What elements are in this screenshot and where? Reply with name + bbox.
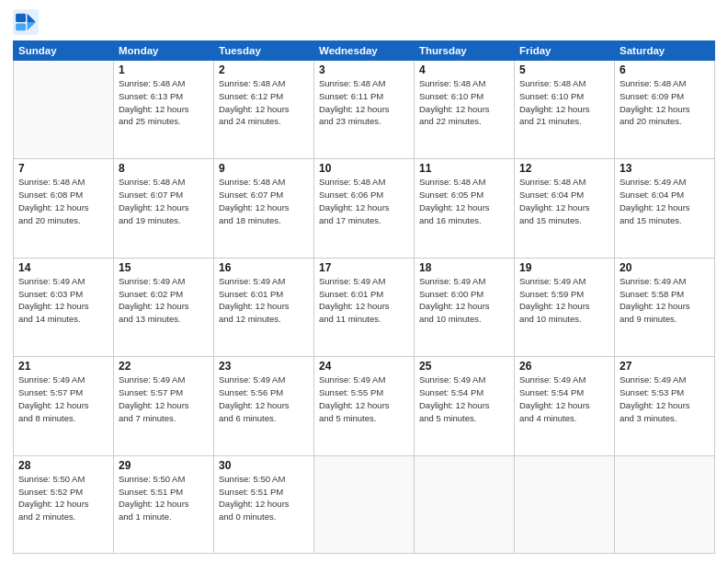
day-number: 9 xyxy=(219,162,309,175)
day-number: 20 xyxy=(620,261,710,274)
day-number: 10 xyxy=(319,162,409,175)
cal-cell: 19Sunrise: 5:49 AMSunset: 5:59 PMDayligh… xyxy=(515,258,615,356)
cal-cell: 27Sunrise: 5:49 AMSunset: 5:53 PMDayligh… xyxy=(615,357,715,455)
day-info: Sunrise: 5:50 AMSunset: 5:52 PMDaylight:… xyxy=(18,473,108,523)
weekday-header-wednesday: Wednesday xyxy=(314,41,415,61)
day-number: 5 xyxy=(519,63,609,76)
day-info: Sunrise: 5:48 AMSunset: 6:09 PMDaylight:… xyxy=(620,77,710,128)
day-number: 23 xyxy=(219,360,309,373)
svg-rect-4 xyxy=(16,24,26,31)
day-info: Sunrise: 5:48 AMSunset: 6:11 PMDaylight:… xyxy=(319,77,409,128)
week-row-5: 28Sunrise: 5:50 AMSunset: 5:52 PMDayligh… xyxy=(14,455,715,553)
day-number: 7 xyxy=(18,162,108,175)
cal-cell: 26Sunrise: 5:49 AMSunset: 5:54 PMDayligh… xyxy=(515,357,615,455)
day-number: 6 xyxy=(620,63,710,76)
cal-cell xyxy=(515,455,615,553)
day-number: 1 xyxy=(119,63,209,76)
day-info: Sunrise: 5:49 AMSunset: 5:53 PMDaylight:… xyxy=(620,373,710,424)
day-info: Sunrise: 5:48 AMSunset: 6:12 PMDaylight:… xyxy=(219,77,309,128)
day-number: 25 xyxy=(419,360,509,373)
day-number: 14 xyxy=(18,261,108,274)
day-info: Sunrise: 5:49 AMSunset: 5:55 PMDaylight:… xyxy=(319,373,409,424)
cal-cell: 10Sunrise: 5:48 AMSunset: 6:06 PMDayligh… xyxy=(314,159,415,258)
cal-cell: 1Sunrise: 5:48 AMSunset: 6:13 PMDaylight… xyxy=(114,61,214,159)
day-info: Sunrise: 5:49 AMSunset: 6:02 PMDaylight:… xyxy=(119,275,209,326)
logo xyxy=(13,9,42,35)
day-number: 29 xyxy=(119,459,209,472)
weekday-header-sunday: Sunday xyxy=(14,41,114,61)
day-info: Sunrise: 5:49 AMSunset: 5:54 PMDaylight:… xyxy=(419,373,509,424)
cal-cell xyxy=(314,455,415,553)
cal-cell: 16Sunrise: 5:49 AMSunset: 6:01 PMDayligh… xyxy=(214,258,314,356)
day-info: Sunrise: 5:49 AMSunset: 6:03 PMDaylight:… xyxy=(18,275,108,326)
cal-cell: 8Sunrise: 5:48 AMSunset: 6:07 PMDaylight… xyxy=(114,159,214,258)
day-info: Sunrise: 5:48 AMSunset: 6:08 PMDaylight:… xyxy=(18,176,108,226)
day-number: 13 xyxy=(620,162,710,175)
day-number: 18 xyxy=(419,261,509,274)
weekday-header-tuesday: Tuesday xyxy=(214,41,314,61)
cal-cell xyxy=(14,61,114,159)
page: SundayMondayTuesdayWednesdayThursdayFrid… xyxy=(0,0,728,563)
weekday-header-thursday: Thursday xyxy=(415,41,515,61)
cal-cell: 29Sunrise: 5:50 AMSunset: 5:51 PMDayligh… xyxy=(114,455,214,553)
cal-cell: 12Sunrise: 5:48 AMSunset: 6:04 PMDayligh… xyxy=(515,159,615,258)
cal-cell: 15Sunrise: 5:49 AMSunset: 6:02 PMDayligh… xyxy=(114,258,214,356)
cal-cell: 20Sunrise: 5:49 AMSunset: 5:58 PMDayligh… xyxy=(615,258,715,356)
day-number: 22 xyxy=(119,360,209,373)
cal-cell: 21Sunrise: 5:49 AMSunset: 5:57 PMDayligh… xyxy=(14,357,114,455)
day-info: Sunrise: 5:49 AMSunset: 6:01 PMDaylight:… xyxy=(219,275,309,326)
day-number: 26 xyxy=(519,360,609,373)
calendar-table: SundayMondayTuesdayWednesdayThursdayFrid… xyxy=(13,40,715,554)
day-info: Sunrise: 5:48 AMSunset: 6:05 PMDaylight:… xyxy=(419,176,509,226)
svg-rect-3 xyxy=(16,14,26,22)
cal-cell: 9Sunrise: 5:48 AMSunset: 6:07 PMDaylight… xyxy=(214,159,314,258)
cal-cell: 5Sunrise: 5:48 AMSunset: 6:10 PMDaylight… xyxy=(515,61,615,159)
cal-cell: 14Sunrise: 5:49 AMSunset: 6:03 PMDayligh… xyxy=(14,258,114,356)
cal-cell: 3Sunrise: 5:48 AMSunset: 6:11 PMDaylight… xyxy=(314,61,415,159)
cal-cell: 2Sunrise: 5:48 AMSunset: 6:12 PMDaylight… xyxy=(214,61,314,159)
day-number: 24 xyxy=(319,360,409,373)
day-info: Sunrise: 5:50 AMSunset: 5:51 PMDaylight:… xyxy=(119,473,209,523)
day-info: Sunrise: 5:48 AMSunset: 6:10 PMDaylight:… xyxy=(419,77,509,128)
day-info: Sunrise: 5:48 AMSunset: 6:10 PMDaylight:… xyxy=(519,77,609,128)
day-number: 17 xyxy=(319,261,409,274)
day-number: 30 xyxy=(219,459,309,472)
day-number: 27 xyxy=(620,360,710,373)
week-row-1: 1Sunrise: 5:48 AMSunset: 6:13 PMDaylight… xyxy=(14,61,715,159)
cal-cell: 4Sunrise: 5:48 AMSunset: 6:10 PMDaylight… xyxy=(415,61,515,159)
day-number: 19 xyxy=(519,261,609,274)
day-number: 3 xyxy=(319,63,409,76)
day-info: Sunrise: 5:49 AMSunset: 6:04 PMDaylight:… xyxy=(620,176,710,226)
day-info: Sunrise: 5:50 AMSunset: 5:51 PMDaylight:… xyxy=(219,473,309,523)
cal-cell xyxy=(615,455,715,553)
weekday-header-saturday: Saturday xyxy=(615,41,715,61)
day-info: Sunrise: 5:48 AMSunset: 6:06 PMDaylight:… xyxy=(319,176,409,226)
cal-cell: 11Sunrise: 5:48 AMSunset: 6:05 PMDayligh… xyxy=(415,159,515,258)
day-info: Sunrise: 5:49 AMSunset: 5:56 PMDaylight:… xyxy=(219,373,309,424)
cal-cell: 17Sunrise: 5:49 AMSunset: 6:01 PMDayligh… xyxy=(314,258,415,356)
cal-cell: 30Sunrise: 5:50 AMSunset: 5:51 PMDayligh… xyxy=(214,455,314,553)
week-row-2: 7Sunrise: 5:48 AMSunset: 6:08 PMDaylight… xyxy=(14,159,715,258)
cal-cell: 13Sunrise: 5:49 AMSunset: 6:04 PMDayligh… xyxy=(615,159,715,258)
week-row-3: 14Sunrise: 5:49 AMSunset: 6:03 PMDayligh… xyxy=(14,258,715,356)
logo-icon xyxy=(13,9,39,35)
day-number: 8 xyxy=(119,162,209,175)
day-info: Sunrise: 5:49 AMSunset: 6:00 PMDaylight:… xyxy=(419,275,509,326)
header xyxy=(13,9,715,35)
day-info: Sunrise: 5:48 AMSunset: 6:13 PMDaylight:… xyxy=(119,77,209,128)
day-number: 11 xyxy=(419,162,509,175)
day-number: 28 xyxy=(18,459,108,472)
day-info: Sunrise: 5:49 AMSunset: 5:54 PMDaylight:… xyxy=(519,373,609,424)
cal-cell: 7Sunrise: 5:48 AMSunset: 6:08 PMDaylight… xyxy=(14,159,114,258)
day-info: Sunrise: 5:48 AMSunset: 6:07 PMDaylight:… xyxy=(219,176,309,226)
day-info: Sunrise: 5:49 AMSunset: 5:57 PMDaylight:… xyxy=(18,373,108,424)
day-number: 21 xyxy=(18,360,108,373)
day-number: 16 xyxy=(219,261,309,274)
day-info: Sunrise: 5:49 AMSunset: 5:57 PMDaylight:… xyxy=(119,373,209,424)
cal-cell: 24Sunrise: 5:49 AMSunset: 5:55 PMDayligh… xyxy=(314,357,415,455)
day-info: Sunrise: 5:48 AMSunset: 6:04 PMDaylight:… xyxy=(519,176,609,226)
day-info: Sunrise: 5:49 AMSunset: 5:59 PMDaylight:… xyxy=(519,275,609,326)
week-row-4: 21Sunrise: 5:49 AMSunset: 5:57 PMDayligh… xyxy=(14,357,715,455)
cal-cell: 28Sunrise: 5:50 AMSunset: 5:52 PMDayligh… xyxy=(14,455,114,553)
day-number: 2 xyxy=(219,63,309,76)
